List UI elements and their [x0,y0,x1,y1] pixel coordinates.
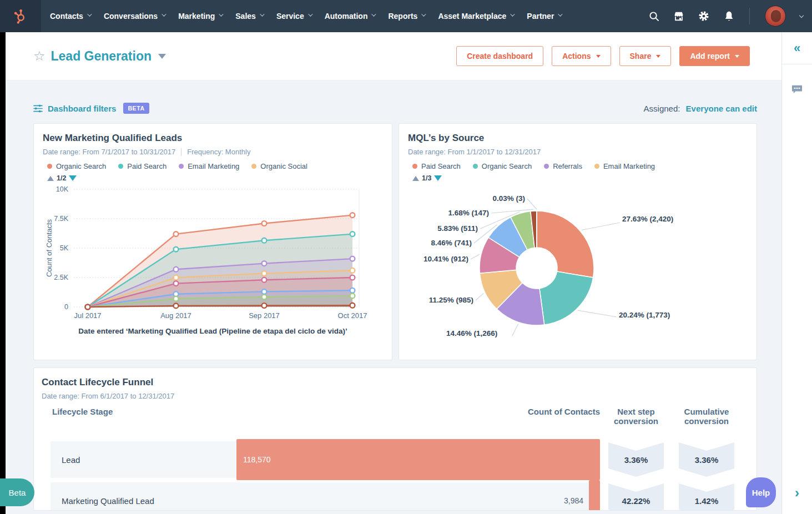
legend-dot-icon [251,164,256,169]
main-content: ☆ Lead Generation Create dashboard Actio… [6,32,812,514]
funnel-rows: Lead118,5703.36%3.36%Marketing Qualified… [42,441,756,511]
dashboard-filters-button[interactable]: Dashboard filters BETA [33,103,149,114]
share-button[interactable]: Share [619,46,672,66]
nav-item-asset-marketplace[interactable]: Asset Marketplace [431,0,520,32]
x-axis-caption: Date entered ‘Marketing Qualified Lead (… [45,326,381,337]
svg-text:5K: 5K [60,244,69,252]
nav-item-service[interactable]: Service [270,0,318,32]
expand-panel-icon[interactable]: › [782,486,812,500]
nav-item-sales[interactable]: Sales [229,0,270,32]
funnel-bar-zone: 118,570 [236,439,600,480]
header-actions: Create dashboard Actions Share Add repor… [456,46,750,66]
nav-menu: ContactsConversationsMarketingSalesServi… [43,0,568,32]
user-avatar[interactable] [765,6,786,27]
assigned-label: Assigned: [644,104,680,113]
donut-slice-label: 20.24% (1,773) [619,311,702,319]
legend-page-up-icon[interactable] [47,176,54,181]
actions-caret-icon [596,55,601,58]
svg-text:Oct 2017: Oct 2017 [338,311,367,320]
donut-slice-label: 1.68% (147) [430,209,489,217]
dashboard-header: ☆ Lead Generation Create dashboard Actio… [6,32,812,80]
funnel-column-header: Count of Contacts [439,407,600,416]
chevron-down-icon [260,12,264,16]
donut-slice-label: 5.83% (511) [419,224,478,233]
nav-item-automation[interactable]: Automation [318,0,382,32]
beta-badge: BETA [123,103,149,114]
right-rail: « › [781,32,812,514]
next-step-conversion-badge: 3.36% [608,442,664,477]
nav-item-conversations[interactable]: Conversations [97,0,172,32]
svg-text:10K: 10K [56,185,69,193]
assigned-link[interactable]: Everyone can edit [686,104,757,113]
funnel-column-header: Next step conversion [606,407,667,426]
line-chart[interactable]: 02.5K5K7.5K10KJul 2017Aug 2017Sep 2017Oc… [37,182,390,326]
donut-slice [537,211,594,278]
date-range: Date range: From 7/1/2017 to 10/31/2017 [43,148,175,156]
legend-dot-icon [179,164,184,169]
filter-sliders-icon [33,104,43,113]
funnel-column-header: Lifecycle Stage [52,407,219,416]
report-card-new-mql: New Marketing Qualified Leads Date range… [33,123,392,360]
account-chevron-down-icon[interactable] [799,13,804,17]
marketplace-icon[interactable] [673,11,684,22]
chevron-down-icon [162,12,166,16]
svg-text:Sep 2017: Sep 2017 [249,311,280,320]
settings-gear-icon[interactable] [698,11,709,22]
donut-slice-label: 11.25% (985) [415,296,473,304]
page-title[interactable]: Lead Generation [51,49,152,64]
funnel-bar[interactable]: 118,570 [236,439,600,480]
beta-floating-button[interactable]: Beta [0,478,34,506]
report-title[interactable]: New Marketing Qualified Leads [43,133,383,144]
filters-row: Dashboard filters BETA Assigned: Everyon… [33,103,757,114]
favorite-star-icon[interactable]: ☆ [33,48,46,64]
donut-slice-label: 14.46% (1,266) [446,329,510,337]
legend-item-organic-social[interactable]: Organic Social [251,162,307,170]
comments-icon[interactable] [782,84,812,94]
frequency: Frequency: Monthly [187,148,250,156]
funnel-column-headers: Lifecycle StageCount of ContactsNext ste… [51,407,755,437]
donut-slice-label: 27.63% (2,420) [622,215,705,223]
cumulative-conversion-badge: 3.36% [679,442,734,477]
funnel-row-marketing-qualified-lead: Marketing Qualified Lead3,98442.22%1.42% [51,482,756,511]
nav-item-partner[interactable]: Partner [520,0,568,32]
nav-divider [749,8,750,24]
notifications-bell-icon[interactable] [723,11,734,22]
funnel-column-header: Cumulative conversion [676,407,737,426]
svg-text:2.5K: 2.5K [54,274,68,281]
dashboard-filters-label: Dashboard filters [48,104,116,113]
chart-legend: Organic SearchPaid SearchEmail Marketing… [43,162,383,170]
assigned-status: Assigned: Everyone can edit [644,104,757,113]
legend-dot-icon [118,164,123,169]
search-icon[interactable] [648,11,659,22]
count-of-contacts-value: 118,570 [236,455,271,464]
add-report-caret-icon [735,55,739,58]
svg-text:Jul 2017: Jul 2017 [74,311,101,320]
collapse-rail-icon[interactable]: « [782,32,812,64]
chevron-down-icon [510,12,515,16]
funnel-bar[interactable] [589,480,600,511]
legend-item-email-marketing[interactable]: Email Marketing [179,162,239,170]
svg-text:0: 0 [64,303,68,311]
hubspot-logo[interactable] [0,0,41,32]
report-card-mql-source: MQL’s by Source Date range: From 1/1/201… [399,123,757,360]
lifecycle-stage-label: Lead [51,455,80,465]
report-subtitle: Date range: From 6/1/2017 to 12/31/2017 [42,392,756,400]
create-dashboard-button[interactable]: Create dashboard [456,46,543,66]
help-button[interactable]: Help [746,477,776,507]
nav-item-contacts[interactable]: Contacts [43,0,97,32]
donut-slice-label: 10.41% (912) [410,255,468,263]
funnel-track: Marketing Qualified Lead3,984 [51,482,600,511]
add-report-button[interactable]: Add report [679,46,750,66]
legend-item-organic-search[interactable]: Organic Search [47,162,106,170]
actions-button[interactable]: Actions [552,46,611,66]
legend-item-paid-search[interactable]: Paid Search [118,162,167,170]
report-subtitle: Date range: From 7/1/2017 to 10/31/2017 … [43,148,383,156]
report-title[interactable]: Contact Lifecycle Funnel [42,377,756,388]
donut-slice-label: 0.03% (3) [466,194,525,203]
legend-page-down-icon[interactable] [69,175,77,181]
lifecycle-stage-label: Marketing Qualified Lead [51,496,154,506]
chevron-down-icon [372,12,376,16]
dashboard-switcher-caret-icon[interactable] [158,54,166,59]
nav-item-marketing[interactable]: Marketing [172,0,229,32]
nav-item-reports[interactable]: Reports [381,0,431,32]
